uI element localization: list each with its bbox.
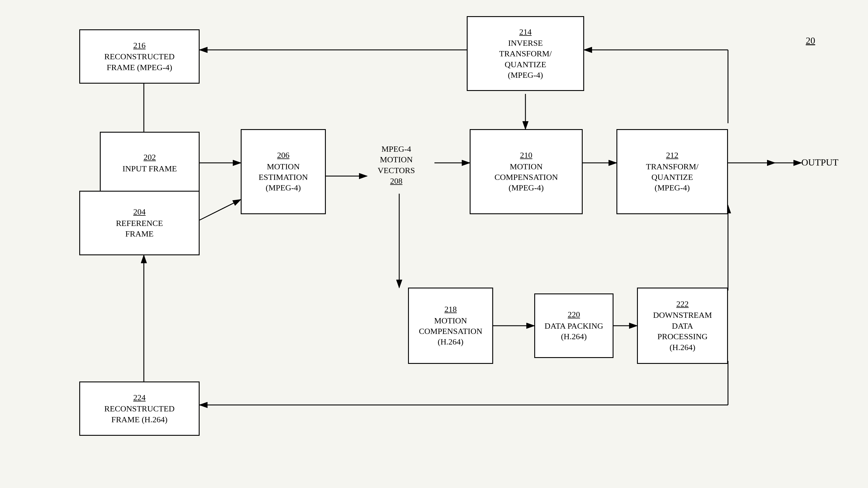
- block-210: 210 MOTIONCOMPENSATION(MPEG-4): [470, 129, 583, 214]
- label-210: MOTIONCOMPENSATION(MPEG-4): [494, 161, 558, 193]
- block-218: 218 MOTIONCOMPENSATION(H.264): [408, 288, 493, 364]
- label-208: MPEG-4MOTIONVECTORS 208: [361, 144, 432, 187]
- svg-line-3: [199, 199, 241, 220]
- ref-206: 206: [277, 150, 289, 161]
- ref-218: 218: [444, 304, 457, 315]
- ref-222: 222: [676, 299, 689, 309]
- block-202: 202 INPUT FRAME: [100, 132, 199, 194]
- block-220: 220 DATA PACKING(H.264): [534, 293, 614, 358]
- label-218: MOTIONCOMPENSATION(H.264): [419, 316, 482, 348]
- label-222: DOWNSTREAMDATAPROCESSING(H.264): [653, 310, 712, 353]
- label-224: RECONSTRUCTEDFRAME (H.264): [104, 403, 175, 425]
- block-212: 212 TRANSFORM/QUANTIZE(MPEG-4): [616, 129, 728, 214]
- label-216: RECONSTRUCTEDFRAME (MPEG-4): [104, 51, 175, 73]
- ref-202: 202: [144, 152, 156, 163]
- block-222: 222 DOWNSTREAMDATAPROCESSING(H.264): [637, 288, 728, 364]
- label-206: MOTIONESTIMATION(MPEG-4): [258, 161, 308, 193]
- ref-214: 214: [519, 27, 532, 37]
- block-214: 214 INVERSETRANSFORM/QUANTIZE(MPEG-4): [467, 16, 584, 91]
- ref-220: 220: [568, 309, 580, 320]
- ref-224: 224: [133, 392, 146, 403]
- block-204: 204 REFERENCEFRAME: [79, 191, 199, 255]
- diagram-container: 216 RECONSTRUCTEDFRAME (MPEG-4) 202 INPU…: [0, 0, 868, 488]
- label-208-text: MPEG-4MOTIONVECTORS: [377, 144, 415, 175]
- block-206: 206 MOTIONESTIMATION(MPEG-4): [241, 129, 326, 214]
- output-label: OUTPUT: [801, 157, 838, 168]
- ref-210: 210: [520, 150, 532, 161]
- ref-20: 20: [806, 35, 815, 46]
- block-216: 216 RECONSTRUCTEDFRAME (MPEG-4): [79, 29, 199, 84]
- ref-204: 204: [133, 206, 146, 217]
- label-220: DATA PACKING(H.264): [545, 321, 603, 342]
- ref-216: 216: [133, 40, 146, 51]
- block-224: 224 RECONSTRUCTEDFRAME (H.264): [79, 382, 199, 436]
- label-202: INPUT FRAME: [122, 163, 177, 174]
- ref-212: 212: [666, 150, 678, 161]
- label-214: INVERSETRANSFORM/QUANTIZE(MPEG-4): [499, 38, 552, 81]
- label-204: REFERENCEFRAME: [116, 218, 163, 239]
- label-212: TRANSFORM/QUANTIZE(MPEG-4): [646, 161, 699, 193]
- ref-208: 208: [390, 176, 402, 186]
